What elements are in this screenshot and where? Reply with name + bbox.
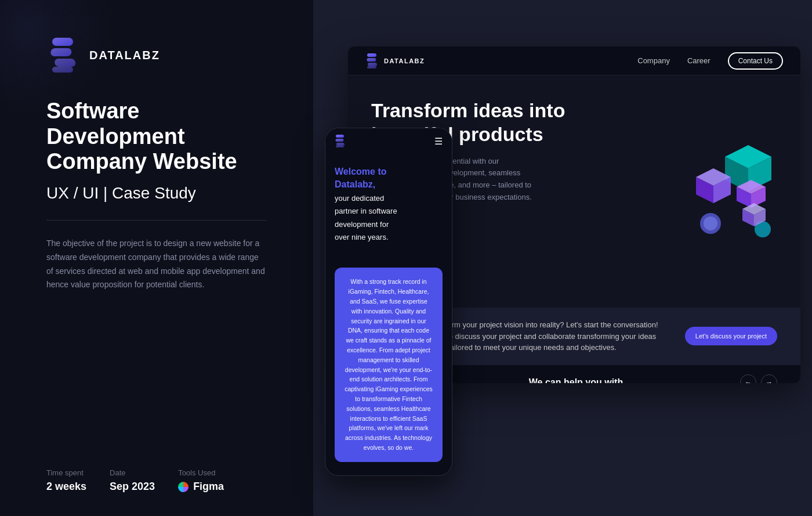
desktop-navbar: DATALABZ Company Career Contact Us	[348, 46, 800, 75]
meta-tools: Tools Used Figma	[178, 468, 224, 493]
next-arrow[interactable]: →	[761, 374, 777, 384]
meta-time-label: Time spent	[46, 468, 86, 477]
mobile-hero-content: Welcome toDatalabz,your dedicatedpartner…	[325, 154, 452, 258]
meta-row: Time spent 2 weeks Date Sep 2023 Tools U…	[46, 468, 278, 493]
mobile-track-card: With a strong track record in iGaming, F…	[335, 268, 443, 461]
desktop-nav: Company Career Contact Us	[637, 52, 783, 70]
desktop-logo: DATALABZ	[365, 53, 425, 69]
project-subtitle: UX / UI | Case Study	[46, 184, 278, 203]
mobile-menu-icon[interactable]: ☰	[434, 136, 443, 147]
logo-area: DATALABZ	[46, 35, 278, 75]
svg-rect-3	[52, 67, 73, 73]
project-title: Software Development Company Website	[46, 99, 278, 175]
svg-rect-27	[335, 139, 343, 142]
mobile-top-bar: ☰	[325, 128, 452, 154]
svg-rect-28	[336, 143, 345, 146]
mobile-track-text: With a strong track record in iGaming, F…	[344, 277, 433, 452]
svg-rect-2	[55, 59, 76, 67]
meta-date-label: Date	[110, 468, 155, 477]
mobile-mockup: ☰ Welcome toDatalabz,your dedicatedpartn…	[325, 128, 452, 476]
meta-tools-value: Figma	[178, 481, 224, 493]
nav-contact-button[interactable]: Contact Us	[728, 52, 783, 70]
svg-rect-6	[368, 63, 377, 66]
svg-rect-26	[336, 135, 344, 138]
meta-date: Date Sep 2023	[110, 468, 155, 493]
services-title: We can help you with	[412, 377, 740, 384]
cubes-visual	[679, 133, 795, 250]
left-panel: DATALABZ Software Development Company We…	[0, 0, 313, 516]
cta-discuss-button[interactable]: Let's discuss your project	[685, 327, 777, 345]
mobile-welcome-text: Welcome toDatalabz,your dedicatedpartner…	[335, 165, 443, 243]
services-nav-arrows: ← →	[740, 374, 777, 384]
brand-name: DATALABZ	[89, 49, 160, 62]
project-description: The objective of the project is to desig…	[46, 237, 267, 292]
svg-rect-1	[50, 48, 72, 56]
desktop-logo-icon	[365, 53, 379, 69]
svg-rect-7	[367, 66, 376, 68]
meta-time: Time spent 2 weeks	[46, 468, 86, 493]
svg-point-18	[704, 216, 717, 230]
mobile-logo-icon	[335, 134, 346, 148]
brand-logo-icon	[46, 35, 81, 75]
nav-career[interactable]: Career	[687, 56, 710, 65]
divider	[46, 220, 267, 221]
svg-rect-29	[336, 146, 344, 147]
svg-rect-4	[367, 53, 376, 57]
meta-date-value: Sep 2023	[110, 481, 155, 493]
desktop-hero-visual	[673, 75, 800, 308]
meta-tools-label: Tools Used	[178, 468, 224, 477]
svg-rect-5	[367, 58, 376, 62]
nav-company[interactable]: Company	[637, 56, 670, 65]
meta-time-value: 2 weeks	[46, 481, 86, 493]
svg-rect-0	[52, 38, 73, 46]
figma-icon	[178, 482, 188, 492]
right-area: DATALABZ Company Career Contact Us Trans…	[313, 0, 812, 516]
desktop-brand-name: DATALABZ	[384, 57, 425, 64]
prev-arrow[interactable]: ←	[740, 374, 756, 384]
